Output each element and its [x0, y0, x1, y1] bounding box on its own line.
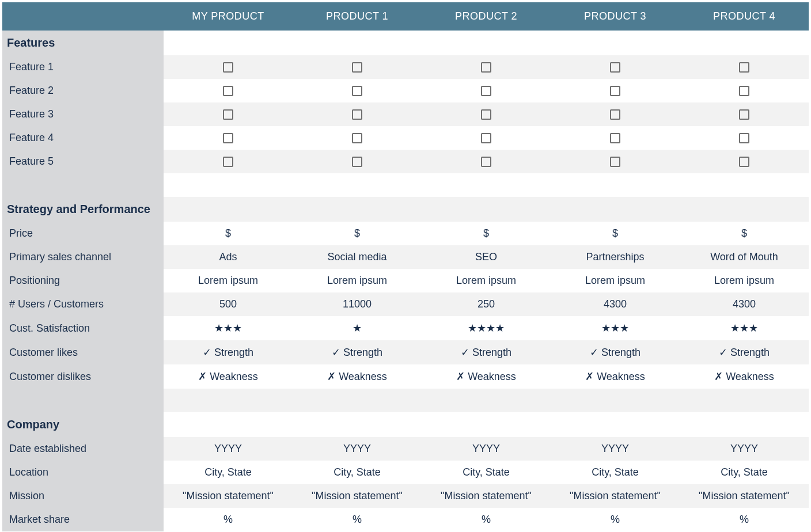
feature-row-3: Feature 4	[2, 126, 809, 150]
checkbox-icon[interactable]	[610, 109, 620, 120]
dislikes-cell: ✗ Weakness	[680, 364, 809, 389]
positioning-cell: Lorem ipsum	[293, 269, 422, 292]
checkbox-icon[interactable]	[481, 86, 491, 96]
checkbox-icon[interactable]	[223, 86, 233, 96]
row-dislikes: Customer dislikes ✗ Weakness ✗ Weakness …	[2, 364, 809, 389]
section-strategy: Strategy and Performance	[2, 197, 809, 222]
users-cell: 500	[164, 292, 293, 316]
checkbox-icon[interactable]	[352, 157, 362, 167]
checkbox-icon[interactable]	[481, 133, 491, 143]
users-label: # Users / Customers	[2, 292, 164, 316]
feature-row-4: Feature 5	[2, 150, 809, 173]
satisfaction-label: Cust. Satisfaction	[2, 316, 164, 340]
mission-cell: "Mission statement"	[164, 484, 293, 508]
satisfaction-cell: ★★★	[680, 316, 809, 340]
strategy-title: Strategy and Performance	[2, 197, 164, 222]
row-share: Market share % % % % %	[2, 508, 809, 531]
header-col-2: PRODUCT 2	[422, 2, 551, 31]
share-cell: %	[680, 508, 809, 531]
checkbox-icon[interactable]	[610, 157, 620, 167]
checkbox-icon[interactable]	[610, 133, 620, 143]
likes-label: Customer likes	[2, 340, 164, 364]
feature-label-1: Feature 2	[2, 79, 164, 102]
dislikes-cell: ✗ Weakness	[422, 364, 551, 389]
date-cell: YYYY	[551, 437, 680, 461]
feature-label-0: Feature 1	[2, 55, 164, 79]
header-col-4: PRODUCT 4	[680, 2, 809, 31]
checkbox-icon[interactable]	[223, 62, 233, 73]
checkbox-icon[interactable]	[739, 62, 749, 73]
checkbox-icon[interactable]	[739, 133, 749, 143]
mission-cell: "Mission statement"	[422, 484, 551, 508]
checkbox-icon[interactable]	[352, 109, 362, 120]
date-cell: YYYY	[680, 437, 809, 461]
section-features: Features	[2, 31, 809, 55]
checkbox-icon[interactable]	[481, 157, 491, 167]
share-cell: %	[551, 508, 680, 531]
positioning-cell: Lorem ipsum	[164, 269, 293, 292]
header-blank	[2, 2, 164, 31]
row-mission: Mission "Mission statement" "Mission sta…	[2, 484, 809, 508]
checkbox-icon[interactable]	[481, 62, 491, 73]
likes-cell: ✓ Strength	[164, 340, 293, 364]
positioning-label: Positioning	[2, 269, 164, 292]
mission-cell: "Mission statement"	[551, 484, 680, 508]
likes-cell: ✓ Strength	[293, 340, 422, 364]
channel-cell: Social media	[293, 245, 422, 269]
dislikes-cell: ✗ Weakness	[551, 364, 680, 389]
section-company: Company	[2, 412, 809, 437]
mission-cell: "Mission statement"	[680, 484, 809, 508]
row-likes: Customer likes ✓ Strength ✓ Strength ✓ S…	[2, 340, 809, 364]
checkbox-icon[interactable]	[481, 109, 491, 120]
feature-row-2: Feature 3	[2, 102, 809, 126]
channel-cell: SEO	[422, 245, 551, 269]
checkbox-icon[interactable]	[739, 109, 749, 120]
checkbox-icon[interactable]	[223, 109, 233, 120]
location-cell: City, State	[422, 461, 551, 484]
share-cell: %	[422, 508, 551, 531]
share-label: Market share	[2, 508, 164, 531]
channel-cell: Partnerships	[551, 245, 680, 269]
checkbox-icon[interactable]	[739, 157, 749, 167]
satisfaction-cell: ★	[293, 316, 422, 340]
header-row: MY PRODUCT PRODUCT 1 PRODUCT 2 PRODUCT 3…	[2, 2, 809, 31]
dislikes-cell: ✗ Weakness	[164, 364, 293, 389]
satisfaction-cell: ★★★★	[422, 316, 551, 340]
location-cell: City, State	[164, 461, 293, 484]
header-col-1: PRODUCT 1	[293, 2, 422, 31]
users-cell: 11000	[293, 292, 422, 316]
checkbox-icon[interactable]	[739, 86, 749, 96]
row-date: Date established YYYY YYYY YYYY YYYY YYY…	[2, 437, 809, 461]
checkbox-icon[interactable]	[610, 62, 620, 73]
checkbox-icon[interactable]	[352, 62, 362, 73]
checkbox-icon[interactable]	[352, 133, 362, 143]
checkbox-icon[interactable]	[223, 133, 233, 143]
likes-cell: ✓ Strength	[680, 340, 809, 364]
users-cell: 4300	[680, 292, 809, 316]
spacer-row	[2, 389, 809, 412]
users-cell: 4300	[551, 292, 680, 316]
location-cell: City, State	[293, 461, 422, 484]
row-price: Price $ $ $ $ $	[2, 222, 809, 245]
row-location: Location City, State City, State City, S…	[2, 461, 809, 484]
comparison-table: MY PRODUCT PRODUCT 1 PRODUCT 2 PRODUCT 3…	[2, 2, 809, 531]
checkbox-icon[interactable]	[610, 86, 620, 96]
price-cell: $	[422, 222, 551, 245]
row-positioning: Positioning Lorem ipsum Lorem ipsum Lore…	[2, 269, 809, 292]
satisfaction-cell: ★★★	[551, 316, 680, 340]
date-cell: YYYY	[293, 437, 422, 461]
row-users: # Users / Customers 500 11000 250 4300 4…	[2, 292, 809, 316]
price-label: Price	[2, 222, 164, 245]
header-col-0: MY PRODUCT	[164, 2, 293, 31]
mission-cell: "Mission statement"	[293, 484, 422, 508]
location-label: Location	[2, 461, 164, 484]
row-channel: Primary sales channel Ads Social media S…	[2, 245, 809, 269]
share-cell: %	[164, 508, 293, 531]
checkbox-icon[interactable]	[223, 157, 233, 167]
date-label: Date established	[2, 437, 164, 461]
price-cell: $	[164, 222, 293, 245]
price-cell: $	[551, 222, 680, 245]
checkbox-icon[interactable]	[352, 86, 362, 96]
dislikes-cell: ✗ Weakness	[293, 364, 422, 389]
feature-row-0: Feature 1	[2, 55, 809, 79]
